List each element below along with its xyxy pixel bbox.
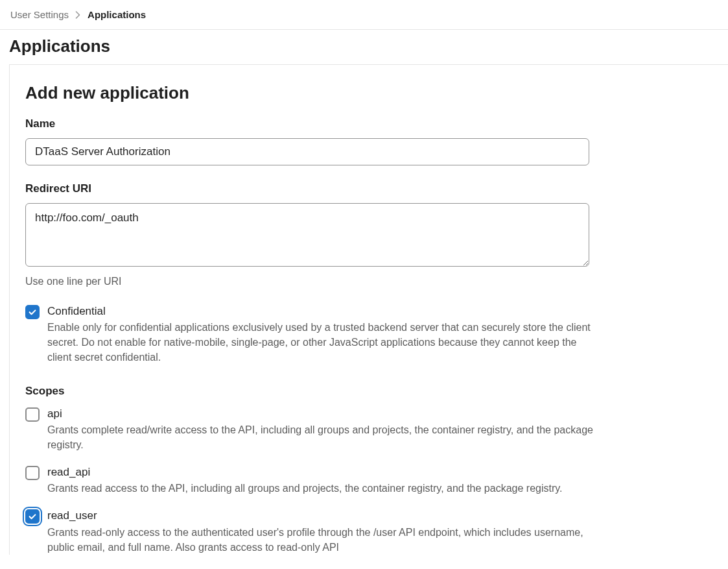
name-label: Name — [25, 117, 712, 130]
scope-api: api Grants complete read/write access to… — [25, 407, 712, 452]
breadcrumb-root[interactable]: User Settings — [10, 9, 69, 20]
form-heading: Add new application — [25, 83, 712, 103]
scope-read-user: read_user Grants read-only access to the… — [25, 509, 712, 554]
scope-read-api-label: read_api — [47, 465, 598, 479]
scope-read-user-checkbox[interactable] — [25, 509, 40, 524]
scope-read-user-label: read_user — [47, 509, 598, 523]
name-field: Name — [25, 117, 712, 165]
redirect-uri-help: Use one line per URI — [25, 276, 712, 287]
redirect-uri-field: Redirect URI Use one line per URI — [25, 182, 712, 287]
scope-api-checkbox[interactable] — [25, 407, 40, 422]
redirect-uri-label: Redirect URI — [25, 182, 712, 195]
redirect-uri-input[interactable] — [25, 203, 589, 267]
scope-read-user-description: Grants read-only access to the authentic… — [47, 525, 598, 555]
scopes-heading: Scopes — [25, 385, 712, 398]
add-application-panel: Add new application Name Redirect URI Us… — [9, 64, 728, 555]
scope-api-description: Grants complete read/write access to the… — [47, 422, 598, 452]
confidential-description: Enable only for confidential application… — [47, 320, 598, 365]
scope-api-label: api — [47, 407, 598, 421]
breadcrumb-current: Applications — [88, 9, 146, 20]
confidential-checkbox[interactable] — [25, 305, 40, 319]
chevron-right-icon — [75, 11, 81, 19]
page-title: Applications — [0, 30, 728, 64]
scope-read-api-checkbox[interactable] — [25, 466, 40, 480]
scope-read-api: read_api Grants read access to the API, … — [25, 465, 712, 496]
confidential-option: Confidential Enable only for confidentia… — [25, 304, 712, 365]
name-input[interactable] — [25, 138, 589, 165]
confidential-label: Confidential — [47, 304, 598, 319]
breadcrumb: User Settings Applications — [0, 0, 728, 30]
scope-read-api-description: Grants read access to the API, including… — [47, 481, 598, 496]
